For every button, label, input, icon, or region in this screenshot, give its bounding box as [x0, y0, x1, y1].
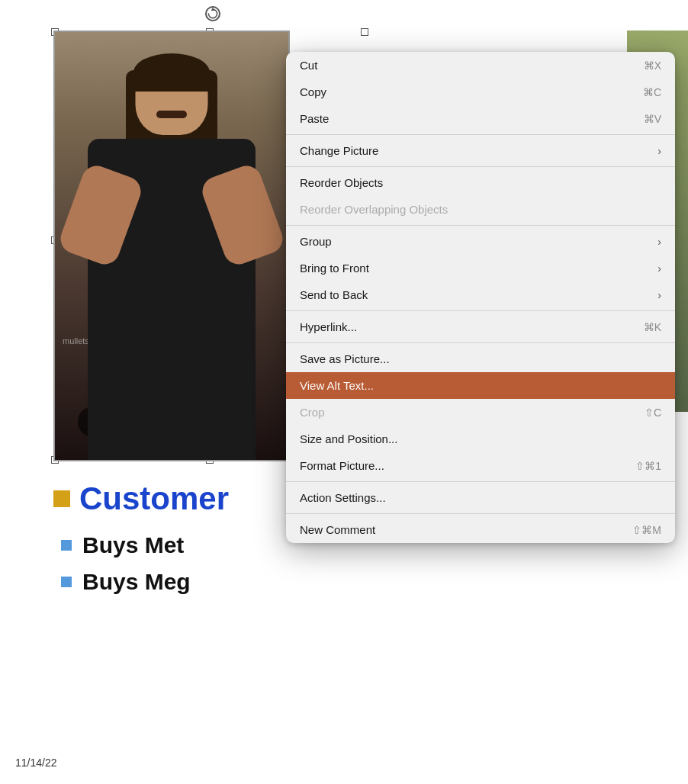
- bring-to-front-arrow-icon: ›: [657, 262, 661, 275]
- menu-item-hyperlink-shortcut: ⌘K: [644, 321, 661, 333]
- menu-item-hyperlink[interactable]: Hyperlink... ⌘K: [286, 313, 675, 340]
- menu-item-crop-shortcut: ⇧C: [645, 406, 661, 419]
- rotate-handle[interactable]: [205, 6, 220, 21]
- menu-item-save-as-picture[interactable]: Save as Picture...: [286, 345, 675, 372]
- title-text: Customer: [79, 480, 229, 517]
- menu-item-format-picture-shortcut: ⇧⌘1: [635, 460, 661, 472]
- group-arrow-icon: ›: [657, 236, 661, 248]
- menu-item-group-label: Group: [300, 235, 332, 248]
- bullet-icon-2: [61, 577, 72, 587]
- menu-item-paste-label: Paste: [300, 112, 329, 125]
- bullet-item-1: Buys Met: [61, 532, 229, 558]
- menu-item-format-picture-label: Format Picture...: [300, 459, 384, 472]
- menu-item-format-picture[interactable]: Format Picture... ⇧⌘1: [286, 452, 675, 479]
- bullet-text-1: Buys Met: [82, 532, 184, 558]
- menu-item-crop-label: Crop: [300, 406, 325, 419]
- menu-item-crop: Crop ⇧C: [286, 399, 675, 426]
- change-picture-arrow-icon: ›: [657, 145, 661, 157]
- menu-item-cut-label: Cut: [300, 59, 317, 72]
- menu-item-bring-to-front-label: Bring to Front: [300, 262, 369, 275]
- menu-item-new-comment-label: New Comment: [300, 523, 375, 536]
- menu-item-change-picture-label: Change Picture: [300, 144, 378, 157]
- menu-item-copy-label: Copy: [300, 85, 326, 98]
- menu-item-action-settings-label: Action Settings...: [300, 491, 386, 504]
- person-photo: mulletsgalore.co ▶: [55, 32, 288, 460]
- slide-content: Customer Buys Met Buys Meg: [53, 480, 229, 606]
- date-label: 11/14/22: [15, 757, 57, 769]
- send-to-back-arrow-icon: ›: [657, 289, 661, 301]
- menu-item-paste-shortcut: ⌘V: [644, 113, 661, 125]
- menu-item-new-comment[interactable]: New Comment ⇧⌘M: [286, 516, 675, 543]
- menu-item-action-settings[interactable]: Action Settings...: [286, 484, 675, 511]
- divider-3: [286, 225, 675, 226]
- menu-item-reorder-objects-label: Reorder Objects: [300, 176, 383, 189]
- menu-item-copy-shortcut: ⌘C: [643, 86, 661, 98]
- bullet-icon-1: [61, 540, 72, 551]
- menu-item-group[interactable]: Group ›: [286, 228, 675, 255]
- menu-item-bring-to-front[interactable]: Bring to Front ›: [286, 255, 675, 281]
- menu-item-paste[interactable]: Paste ⌘V: [286, 105, 675, 132]
- divider-6: [286, 481, 675, 482]
- menu-item-reorder-objects[interactable]: Reorder Objects: [286, 169, 675, 196]
- divider-7: [286, 513, 675, 514]
- slide-image: mulletsgalore.co ▶: [53, 31, 290, 461]
- context-menu: Cut ⌘X Copy ⌘C Paste ⌘V Change Picture ›…: [286, 52, 675, 543]
- menu-item-hyperlink-label: Hyperlink...: [300, 320, 357, 333]
- menu-item-new-comment-shortcut: ⇧⌘M: [632, 524, 661, 536]
- title-bullet-square: [53, 490, 70, 507]
- menu-item-size-position[interactable]: Size and Position...: [286, 426, 675, 452]
- menu-item-send-to-back[interactable]: Send to Back ›: [286, 281, 675, 308]
- bullet-text-2: Buys Meg: [82, 569, 191, 595]
- menu-item-cut-shortcut: ⌘X: [644, 59, 661, 72]
- menu-item-send-to-back-label: Send to Back: [300, 288, 368, 301]
- menu-item-reorder-overlapping-label: Reorder Overlapping Objects: [300, 203, 448, 216]
- menu-item-change-picture[interactable]: Change Picture ›: [286, 137, 675, 164]
- menu-item-reorder-overlapping: Reorder Overlapping Objects: [286, 196, 675, 223]
- menu-item-view-alt-text-label: View Alt Text...: [300, 379, 374, 392]
- menu-item-save-as-picture-label: Save as Picture...: [300, 352, 390, 365]
- divider-2: [286, 166, 675, 167]
- bullet-list: Buys Met Buys Meg: [61, 532, 229, 595]
- menu-item-cut[interactable]: Cut ⌘X: [286, 52, 675, 79]
- menu-item-size-position-label: Size and Position...: [300, 432, 397, 445]
- slide-title: Customer: [53, 480, 229, 517]
- divider-4: [286, 310, 675, 311]
- bullet-item-2: Buys Meg: [61, 569, 229, 595]
- divider-1: [286, 134, 675, 135]
- menu-item-copy[interactable]: Copy ⌘C: [286, 79, 675, 105]
- selection-handle-tr[interactable]: [361, 28, 368, 36]
- divider-5: [286, 342, 675, 343]
- menu-item-view-alt-text[interactable]: View Alt Text...: [286, 372, 675, 399]
